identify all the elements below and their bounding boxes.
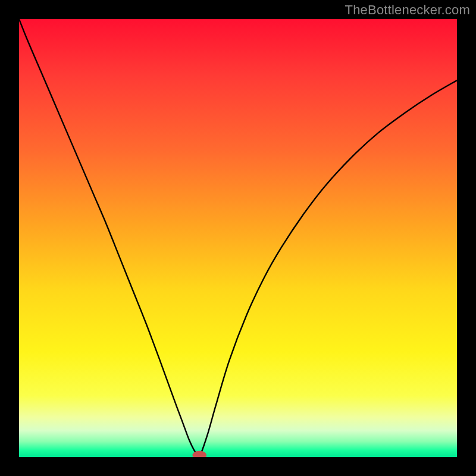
gradient-background [19,19,457,457]
plot-area [19,19,457,457]
bottleneck-chart [19,19,457,457]
attribution-label: TheBottlenecker.com [345,2,470,18]
chart-frame: TheBottlenecker.com [0,0,476,476]
